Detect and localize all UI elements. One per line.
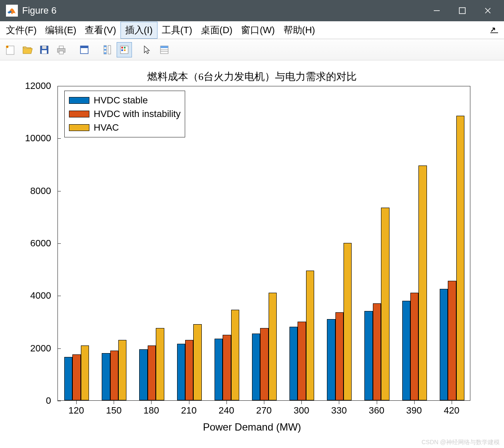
svg-rect-9	[42, 46, 46, 49]
bar	[306, 271, 314, 400]
minimize-button[interactable]	[424, 0, 450, 21]
bar	[193, 324, 201, 400]
pointer-icon[interactable]	[140, 42, 155, 57]
close-button[interactable]	[475, 0, 501, 21]
menu-help[interactable]: 帮助(H)	[279, 22, 320, 38]
bar	[72, 354, 80, 400]
bar	[410, 293, 418, 400]
x-tick-label: 150	[101, 405, 126, 416]
svg-rect-17	[104, 46, 106, 47]
bar	[252, 334, 260, 400]
bar	[185, 340, 193, 400]
x-tick-label: 180	[138, 405, 164, 416]
save-icon[interactable]	[37, 42, 52, 57]
legend-item: HVAC	[69, 121, 180, 134]
x-tick-label: 240	[214, 405, 239, 416]
bar	[335, 312, 344, 400]
maximize-button[interactable]	[450, 0, 475, 21]
bar	[148, 345, 156, 401]
bar	[418, 166, 427, 400]
menu-window[interactable]: 窗口(W)	[237, 22, 279, 38]
menu-insert[interactable]: 插入(I)	[120, 22, 158, 39]
bar	[373, 303, 381, 400]
legend-label: HVDC stable	[94, 95, 148, 106]
x-axis-label: Power Demand (MW)	[0, 421, 504, 433]
legend-label: HVAC	[94, 122, 119, 133]
bar	[260, 328, 268, 400]
svg-rect-27	[160, 46, 168, 48]
svg-rect-24	[121, 49, 123, 51]
menubar: 文件(F) 编辑(E) 查看(V) 插入(I) 工具(T) 桌面(D) 窗口(W…	[0, 21, 504, 39]
legend-swatch-icon	[69, 124, 89, 131]
y-tick-label: 8000	[17, 185, 51, 197]
x-tick-label: 330	[326, 405, 352, 416]
menu-tools[interactable]: 工具(T)	[158, 22, 197, 38]
svg-rect-15	[80, 46, 88, 48]
y-tick-label: 12000	[17, 80, 51, 91]
bar	[110, 351, 118, 400]
svg-rect-10	[42, 50, 47, 54]
bar	[215, 339, 223, 400]
svg-rect-19	[104, 52, 106, 54]
dock-icon[interactable]	[490, 25, 502, 36]
watermark: CSDN @神经网络与数学建模	[421, 439, 500, 446]
x-tick-label: 120	[63, 405, 89, 416]
titlebar: Figure 6	[0, 0, 504, 21]
svg-rect-25	[124, 49, 126, 51]
x-tick-label: 390	[401, 405, 427, 416]
svg-rect-13	[59, 51, 63, 54]
y-tick-label: 10000	[17, 133, 51, 144]
legend-swatch-icon	[69, 111, 89, 117]
y-tick-label: 6000	[17, 238, 51, 249]
bar	[231, 310, 239, 400]
window-title: Figure 6	[22, 5, 57, 16]
data-cursor-icon[interactable]	[157, 42, 172, 57]
link-data-icon[interactable]	[100, 42, 115, 57]
chart-title: 燃料成本（6台火力发电机）与电力需求的对比	[0, 70, 504, 83]
x-tick-label: 420	[439, 405, 464, 416]
legend-label: HVDC with instability	[94, 108, 180, 120]
x-tick-label: 360	[364, 405, 389, 416]
bar	[269, 293, 277, 400]
plot-area: HVDC stable HVDC with instability HVAC	[57, 86, 470, 401]
svg-rect-22	[121, 47, 123, 49]
bar	[440, 289, 448, 400]
svg-rect-23	[124, 47, 126, 49]
svg-rect-18	[104, 49, 106, 51]
bar	[327, 319, 335, 400]
menu-edit[interactable]: 编辑(E)	[41, 22, 80, 38]
bar	[156, 328, 164, 400]
bar	[344, 243, 352, 400]
x-tick-label: 300	[289, 405, 314, 416]
y-tick-label: 2000	[17, 343, 51, 354]
legend-item: HVDC with instability	[69, 107, 180, 121]
x-tick-label: 210	[176, 405, 202, 416]
svg-rect-20	[108, 46, 111, 54]
insert-colorbar-icon[interactable]	[117, 42, 132, 57]
bar	[81, 345, 89, 401]
svg-rect-2	[459, 8, 465, 14]
menu-view[interactable]: 查看(V)	[80, 22, 120, 38]
bar	[139, 349, 147, 400]
legend-item: HVDC stable	[69, 94, 180, 107]
legend[interactable]: HVDC stable HVDC with instability HVAC	[64, 91, 185, 137]
toolbar	[0, 39, 504, 60]
open-icon[interactable]	[20, 42, 35, 57]
bar	[402, 301, 410, 400]
bar	[118, 340, 126, 400]
edit-plot-icon[interactable]	[77, 42, 92, 57]
print-icon[interactable]	[54, 42, 69, 57]
bar	[223, 335, 231, 400]
bar	[298, 322, 306, 400]
bar	[64, 357, 72, 400]
bar	[364, 311, 372, 400]
legend-swatch-icon	[69, 97, 89, 104]
bar	[289, 327, 298, 400]
svg-rect-12	[59, 46, 63, 49]
y-tick-label: 0	[17, 395, 51, 406]
bar	[102, 353, 110, 400]
bar	[456, 116, 464, 400]
menu-desktop[interactable]: 桌面(D)	[197, 22, 237, 38]
x-tick-label: 270	[251, 405, 277, 416]
bar	[448, 281, 456, 400]
